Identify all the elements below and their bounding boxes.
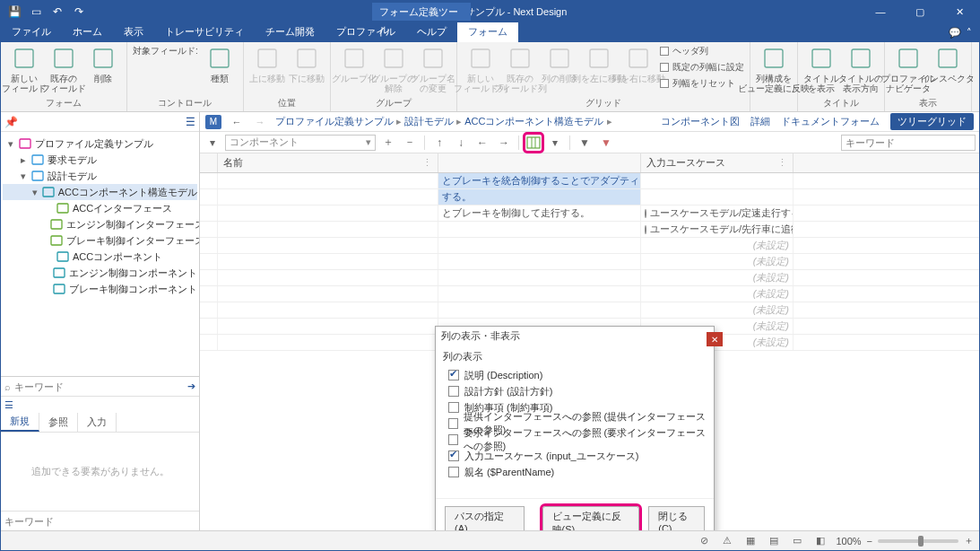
- right-icon[interactable]: →: [495, 134, 513, 152]
- dialog-option-4[interactable]: 要求インターフェースへの参照 (要求インターフェースへの参照): [443, 432, 707, 448]
- menu-tab-1[interactable]: ホーム: [62, 22, 113, 42]
- left-icon[interactable]: ←: [473, 134, 491, 152]
- tree-twisty-icon[interactable]: [44, 235, 47, 246]
- keyword-go-icon[interactable]: ➔: [187, 380, 195, 392]
- tree-node-1[interactable]: ▸要求モデル: [3, 152, 197, 168]
- maximize-button[interactable]: ▢: [900, 1, 940, 22]
- lower-tab-2[interactable]: 入力: [78, 413, 117, 432]
- tree-twisty-icon[interactable]: ▾: [31, 187, 39, 198]
- columns-more-icon[interactable]: ▾: [546, 134, 564, 152]
- menu-tab-0[interactable]: ファイル: [1, 22, 62, 42]
- checkbox-icon[interactable]: [448, 386, 459, 397]
- lower-tab-0[interactable]: 新規: [1, 413, 39, 432]
- nav-pin-icon[interactable]: 📌: [4, 116, 18, 128]
- tree-twisty-icon[interactable]: ▾: [19, 171, 28, 182]
- down-icon[interactable]: ↓: [452, 134, 470, 152]
- table-row[interactable]: する。: [200, 189, 979, 206]
- ribbon-apply-view[interactable]: 列構成を ビュー定義に反映: [756, 44, 792, 93]
- minimize-button[interactable]: —: [861, 1, 900, 22]
- view-link-component[interactable]: コンポーネント図: [661, 115, 740, 128]
- dialog-option-1[interactable]: 設計方針 (設計方針): [443, 383, 707, 399]
- undo-icon[interactable]: ↶: [48, 3, 67, 21]
- tree-twisty-icon[interactable]: ▸: [19, 154, 28, 166]
- nav-fwd-icon[interactable]: →: [252, 117, 268, 127]
- col-header-name[interactable]: 名前⋮: [218, 153, 438, 172]
- crumb-0[interactable]: プロファイル定義サンプル: [275, 116, 394, 127]
- add-icon[interactable]: ＋: [379, 134, 397, 152]
- lower-tab-1[interactable]: 参照: [39, 413, 78, 432]
- col-menu-icon[interactable]: ⋮: [422, 157, 432, 169]
- status-view3-icon[interactable]: ▭: [789, 534, 805, 548]
- tree-node-7[interactable]: ACCコンポーネント: [3, 249, 197, 265]
- tree-twisty-icon[interactable]: [44, 284, 49, 294]
- nav-menu-icon[interactable]: ☰: [186, 116, 195, 128]
- ribbon-title-dir[interactable]: タイトルの 表示方向: [843, 44, 879, 93]
- status-view4-icon[interactable]: ◧: [812, 534, 828, 548]
- remove-icon[interactable]: －: [401, 134, 419, 152]
- col-header-uc[interactable]: 入力ユースケース⋮: [641, 153, 794, 172]
- columns-config-icon[interactable]: [525, 134, 542, 152]
- ribbon-check-4-0[interactable]: [660, 47, 669, 56]
- nav-back-icon[interactable]: ←: [229, 117, 245, 127]
- ribbon-profile-nav[interactable]: プロファイル ナビゲータ: [890, 44, 926, 93]
- crumb-2[interactable]: ACCコンポーネント構造モデル: [464, 116, 603, 127]
- status-warn-icon[interactable]: ⚠: [719, 534, 735, 548]
- tree-node-5[interactable]: エンジン制御インターフェース: [3, 216, 197, 232]
- close-button[interactable]: ✕: [940, 1, 979, 22]
- tree-node-9[interactable]: ブレーキ制御コンポーネント: [3, 281, 197, 297]
- table-row[interactable]: ユースケースモデル/先行車に追従して: [200, 222, 979, 238]
- ribbon-show-title[interactable]: タイトル を表示: [803, 44, 839, 93]
- table-row[interactable]: とブレーキを統合制御することでアダプティブ・: [200, 173, 979, 189]
- ribbon-existing-field[interactable]: 既存の フィールド: [46, 44, 82, 93]
- type-combo[interactable]: コンポーネント▾: [225, 135, 376, 151]
- bottom-keyword-input[interactable]: [4, 516, 195, 527]
- checkbox-icon[interactable]: [448, 370, 459, 380]
- tree-node-0[interactable]: ▾プロファイル定義サンプル: [3, 136, 197, 152]
- checkbox-icon[interactable]: [448, 467, 459, 477]
- expand-ribbon-icon[interactable]: ˄: [967, 27, 972, 39]
- table-row[interactable]: (未設定): [200, 302, 979, 319]
- checkbox-icon[interactable]: [448, 450, 459, 461]
- save-icon[interactable]: 💾: [4, 3, 24, 21]
- view-link-detail[interactable]: 詳細: [750, 115, 770, 128]
- menu-tab-4[interactable]: チーム開発: [255, 22, 325, 42]
- ribbon-type[interactable]: 種類: [202, 44, 238, 83]
- ribbon-new-field[interactable]: 新しい フィールド: [6, 44, 42, 93]
- tree-node-2[interactable]: ▾設計モデル: [3, 168, 197, 184]
- filter-icon[interactable]: ▼: [576, 134, 594, 152]
- checkbox-icon[interactable]: [448, 434, 458, 445]
- grid-search-input[interactable]: [841, 135, 976, 151]
- ribbon-delete-field[interactable]: 削除: [85, 44, 121, 83]
- table-row[interactable]: (未設定): [200, 238, 979, 254]
- dialog-close-icon[interactable]: ✕: [707, 332, 723, 346]
- table-row[interactable]: (未設定): [200, 270, 979, 286]
- menu-tab-5[interactable]: プロファイル: [325, 22, 406, 42]
- col-menu-icon[interactable]: ⋮: [777, 157, 787, 169]
- menu-tab-3[interactable]: トレーサビリティ: [154, 22, 255, 42]
- tree-node-8[interactable]: エンジン制御コンポーネント: [3, 265, 197, 281]
- menu-tab-7[interactable]: フォーム: [457, 22, 518, 42]
- tree-twisty-icon[interactable]: [44, 203, 53, 214]
- zoom-in-icon[interactable]: ＋: [964, 534, 974, 547]
- tree-node-4[interactable]: ACCインターフェース: [3, 200, 197, 216]
- dialog-option-0[interactable]: 説明 (Description): [443, 367, 707, 383]
- clear-filter-icon[interactable]: ▼: [597, 134, 615, 152]
- dialog-option-6[interactable]: 親名 ($ParentName): [443, 464, 707, 480]
- ribbon-check-4-2[interactable]: [660, 79, 669, 88]
- checkbox-icon[interactable]: [448, 402, 459, 413]
- model-tree[interactable]: ▾プロファイル定義サンプル▸要求モデル▾設計モデル▾ACCコンポーネント構造モデ…: [1, 132, 199, 376]
- table-row[interactable]: (未設定): [200, 286, 979, 302]
- open-icon[interactable]: ▭: [26, 3, 46, 21]
- view-link-docform[interactable]: ドキュメントフォーム: [781, 115, 880, 128]
- menu-tab-2[interactable]: 表示: [113, 22, 154, 42]
- status-view1-icon[interactable]: ▦: [742, 534, 759, 548]
- redo-icon[interactable]: ↷: [69, 3, 89, 21]
- status-error-icon[interactable]: ⊘: [696, 534, 712, 548]
- tree-twisty-icon[interactable]: [44, 251, 53, 262]
- table-row[interactable]: とブレーキを制御して走行する。ユースケースモデル/定速走行する: [200, 206, 979, 222]
- col-header-desc[interactable]: [438, 153, 641, 172]
- tree-twisty-icon[interactable]: ▾: [6, 138, 15, 150]
- view-treegrid-button[interactable]: ツリーグリッド: [890, 113, 974, 130]
- keyword-input[interactable]: [14, 381, 184, 392]
- ribbon-inspector[interactable]: インスペクタ: [930, 44, 966, 83]
